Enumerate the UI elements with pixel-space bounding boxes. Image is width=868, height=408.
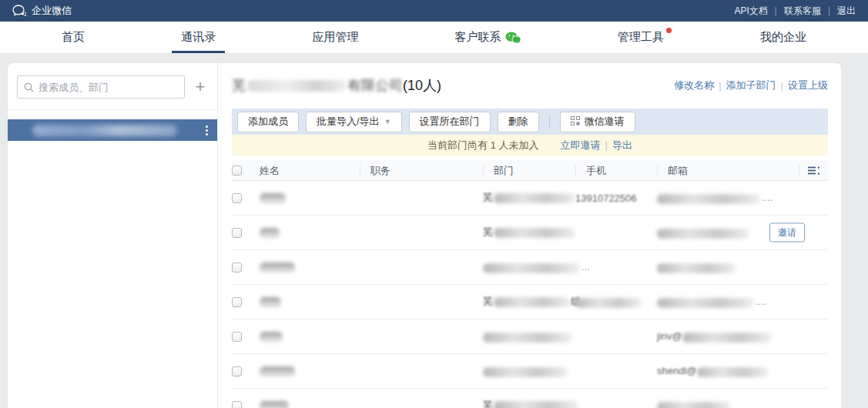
cell-email: .... <box>657 296 799 307</box>
column-header-phone[interactable]: 手机 <box>575 165 657 176</box>
header-link-1[interactable]: 添加子部门 <box>726 79 776 92</box>
toolbar-button-2[interactable]: 设置所在部门 <box>409 112 491 132</box>
title-redacted-suffix: 有限公司 <box>347 76 403 95</box>
topbar-link-separator: | <box>775 5 777 16</box>
toolbar-button-label: 微信邀请 <box>585 115 625 129</box>
row-checkbox-cell <box>232 401 260 408</box>
ellipsis: .... <box>762 192 772 203</box>
tab-管理工具[interactable]: 管理工具 <box>608 22 673 53</box>
topbar-links: API文档|联系客服|退出 <box>734 5 856 18</box>
sidebar-divider <box>8 109 217 110</box>
toolbar-button-4[interactable]: 微信邀请 <box>560 112 635 132</box>
column-header-title[interactable]: 职务 <box>360 165 483 176</box>
table-row: jinv@ <box>232 319 828 354</box>
wework-logo-icon <box>12 5 27 17</box>
row-checkbox[interactable] <box>232 193 242 203</box>
toolbar-button-0[interactable]: 添加成员 <box>237 112 299 132</box>
brand-name: 企业微信 <box>32 4 72 18</box>
redacted-phone <box>575 298 642 308</box>
member-count: (10人) <box>403 76 441 95</box>
header-link-0[interactable]: 修改名称 <box>674 79 714 92</box>
tab-label: 首页 <box>62 30 85 45</box>
cell-department: 芜组 <box>483 295 575 309</box>
row-checkbox[interactable] <box>232 332 242 342</box>
tab-客户联系[interactable]: 客户联系 <box>446 22 531 53</box>
tab-label: 通讯录 <box>181 30 216 45</box>
row-checkbox[interactable] <box>232 366 242 376</box>
header-link-separator: | <box>719 80 721 92</box>
ellipsis: ... <box>581 261 590 273</box>
topbar-link-separator: | <box>828 5 830 16</box>
row-checkbox-cell <box>232 366 260 376</box>
member-table: 姓名 职务 部门 手机 邮箱 芜13910722506....芜邀请...芜组.… <box>232 160 828 408</box>
redacted-name <box>260 263 295 273</box>
topbar-link-2[interactable]: 退出 <box>837 5 856 18</box>
tab-首页[interactable]: 首页 <box>52 22 94 53</box>
row-checkbox[interactable] <box>232 228 242 238</box>
brand: 企业微信 <box>12 4 72 18</box>
row-checkbox[interactable] <box>232 263 242 273</box>
toolbar-button-1[interactable]: 批量导入/导出▼ <box>306 112 402 132</box>
column-header-name[interactable]: 姓名 <box>260 165 360 176</box>
content-panel: + 芜 有限公司 (10人) 修改名称|添加子部门|设置上级 添加成员批量导入/… <box>8 63 841 408</box>
column-header-department[interactable]: 部门 <box>483 165 575 176</box>
main-nav: 首页通讯录应用管理客户联系管理工具我的企业 <box>0 22 868 54</box>
topbar-link-0[interactable]: API文档 <box>734 5 767 18</box>
invite-button[interactable]: 邀请 <box>769 223 805 242</box>
cell-department <box>483 330 575 342</box>
column-settings-icon[interactable] <box>799 165 828 176</box>
cell-name <box>260 365 360 377</box>
redacted-name <box>260 297 281 308</box>
redacted-name <box>260 332 283 343</box>
toolbar-divider <box>549 115 550 129</box>
cell-name <box>260 400 360 408</box>
ellipsis: .... <box>756 296 766 307</box>
tab-通讯录[interactable]: 通讯录 <box>172 22 225 53</box>
toolbar-button-3[interactable]: 删除 <box>498 112 539 132</box>
phone-partially-visible: 13910722506 <box>575 192 637 204</box>
cell-phone <box>575 296 657 307</box>
search-icon <box>24 82 34 92</box>
cell-email: shendl@ <box>657 365 799 376</box>
cell-phone: 13910722506 <box>575 192 657 204</box>
add-department-button[interactable]: + <box>185 76 216 98</box>
table-row: 芜邀请 <box>232 216 828 250</box>
select-all-checkbox[interactable] <box>232 166 242 176</box>
more-options-icon[interactable] <box>206 125 208 135</box>
tab-label: 管理工具 <box>618 30 664 45</box>
sidebar-item-department-selected[interactable] <box>8 119 217 141</box>
qr-icon <box>571 116 580 128</box>
department-visible-fragment: 芜 <box>483 226 493 238</box>
email-visible-fragment: shendl@ <box>657 365 697 376</box>
redacted-name <box>260 193 286 204</box>
cell-email: jinv@ <box>657 330 799 342</box>
export-link[interactable]: 导出 <box>612 139 632 152</box>
redacted-email <box>657 194 760 204</box>
department-visible-fragment: 芜 <box>483 296 493 307</box>
tab-应用管理[interactable]: 应用管理 <box>303 22 367 53</box>
department-visible-fragment: 芜 <box>483 192 493 203</box>
tab-我的企业[interactable]: 我的企业 <box>751 22 816 53</box>
header-link-2[interactable]: 设置上级 <box>788 79 828 92</box>
invite-now-link[interactable]: 立即邀请 <box>561 139 601 152</box>
title-redacted-block <box>247 80 346 92</box>
row-checkbox[interactable] <box>232 401 242 408</box>
column-header-email[interactable]: 邮箱 <box>657 165 799 176</box>
row-checkbox-cell <box>232 297 260 307</box>
redacted-department <box>483 367 568 377</box>
cell-name <box>260 330 360 343</box>
search-box[interactable] <box>17 75 185 99</box>
redacted-email <box>657 402 731 408</box>
table-row: 芜组.... <box>232 285 828 319</box>
redacted-department-name <box>32 125 177 136</box>
tab-label: 应用管理 <box>312 30 358 45</box>
toolbar-button-label: 设置所在部门 <box>420 115 480 129</box>
toolbar-button-label: 删除 <box>508 115 528 129</box>
cell-department: ... <box>483 261 575 273</box>
search-input[interactable] <box>39 82 178 93</box>
title-redacted-prefix: 芜 <box>232 76 246 95</box>
notice-bar: 当前部门尚有 1 人未加入 立即邀请 | 导出 <box>232 135 828 156</box>
row-checkbox[interactable] <box>232 297 242 307</box>
redacted-email <box>657 229 749 239</box>
topbar-link-1[interactable]: 联系客服 <box>784 5 821 18</box>
